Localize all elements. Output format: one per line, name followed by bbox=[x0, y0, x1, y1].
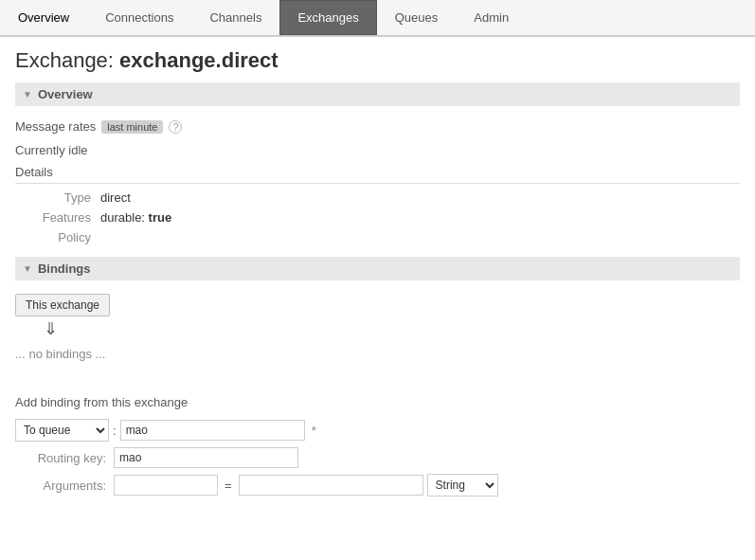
routing-key-input[interactable] bbox=[114, 447, 298, 468]
bindings-content: This exchange ⇓ ... no bindings ... bbox=[15, 288, 740, 372]
features-suffix: true bbox=[149, 210, 172, 225]
type-value: direct bbox=[100, 190, 131, 205]
nav-overview[interactable]: Overview bbox=[0, 0, 87, 35]
overview-section-label: Overview bbox=[38, 87, 93, 101]
to-queue-select[interactable]: To queue To exchange bbox=[15, 419, 109, 442]
features-prefix: durable: bbox=[100, 210, 149, 225]
arguments-row: Arguments: = String Number Boolean bbox=[15, 474, 740, 497]
policy-label: Policy bbox=[15, 230, 100, 244]
nav-exchanges[interactable]: Exchanges bbox=[279, 0, 376, 35]
required-star: * bbox=[312, 424, 316, 438]
details-label: Details bbox=[15, 161, 740, 184]
idle-status: Currently idle bbox=[15, 139, 740, 161]
overview-section-header[interactable]: ▼ Overview bbox=[15, 82, 740, 106]
nav-channels[interactable]: Channels bbox=[191, 0, 279, 35]
arrow-down-icon: ⇓ bbox=[15, 316, 740, 341]
details-row-features: Features durable: true bbox=[15, 208, 740, 227]
details-row-policy: Policy bbox=[15, 227, 740, 247]
page-title: Exchange: exchange.direct bbox=[15, 48, 740, 73]
this-exchange-button[interactable]: This exchange bbox=[15, 294, 110, 316]
nav-queues[interactable]: Queues bbox=[377, 0, 457, 35]
page-content: Exchange: exchange.direct ▼ Overview Mes… bbox=[0, 37, 755, 514]
arguments-label: Arguments: bbox=[15, 479, 110, 493]
features-value: durable: true bbox=[100, 210, 171, 225]
arguments-value-input[interactable] bbox=[239, 475, 423, 496]
top-navigation: Overview Connections Channels Exchanges … bbox=[0, 0, 755, 37]
last-minute-badge[interactable]: last minute bbox=[101, 120, 163, 134]
add-binding-section: Add binding from this exchange To queue … bbox=[15, 388, 740, 497]
nav-connections[interactable]: Connections bbox=[87, 0, 191, 35]
overview-collapse-icon: ▼ bbox=[23, 89, 32, 99]
to-queue-row: To queue To exchange : * bbox=[15, 419, 740, 442]
routing-key-row: Routing key: bbox=[15, 447, 740, 468]
message-rates-row: Message rates last minute ? bbox=[15, 114, 740, 139]
type-label: Type bbox=[15, 190, 100, 205]
details-row-type: Type direct bbox=[15, 188, 740, 208]
arguments-key-input[interactable] bbox=[114, 475, 218, 496]
bindings-collapse-icon: ▼ bbox=[23, 263, 32, 274]
routing-key-label: Routing key: bbox=[15, 451, 110, 465]
no-bindings-text: ... no bindings ... bbox=[15, 341, 740, 367]
queue-name-input[interactable] bbox=[120, 420, 305, 441]
arguments-type-select[interactable]: String Number Boolean bbox=[427, 474, 498, 497]
bindings-section-label: Bindings bbox=[38, 262, 91, 276]
title-prefix: Exchange: bbox=[15, 48, 114, 72]
bindings-section-header[interactable]: ▼ Bindings bbox=[15, 257, 740, 280]
equals-icon: = bbox=[225, 479, 232, 493]
help-icon[interactable]: ? bbox=[169, 120, 182, 134]
exchange-name: exchange.direct bbox=[119, 48, 279, 72]
nav-admin[interactable]: Admin bbox=[456, 0, 527, 35]
add-binding-title: Add binding from this exchange bbox=[15, 395, 740, 409]
message-rates-label: Message rates bbox=[15, 119, 96, 134]
features-label: Features bbox=[15, 210, 100, 225]
details-table: Type direct Features durable: true Polic… bbox=[15, 188, 740, 247]
